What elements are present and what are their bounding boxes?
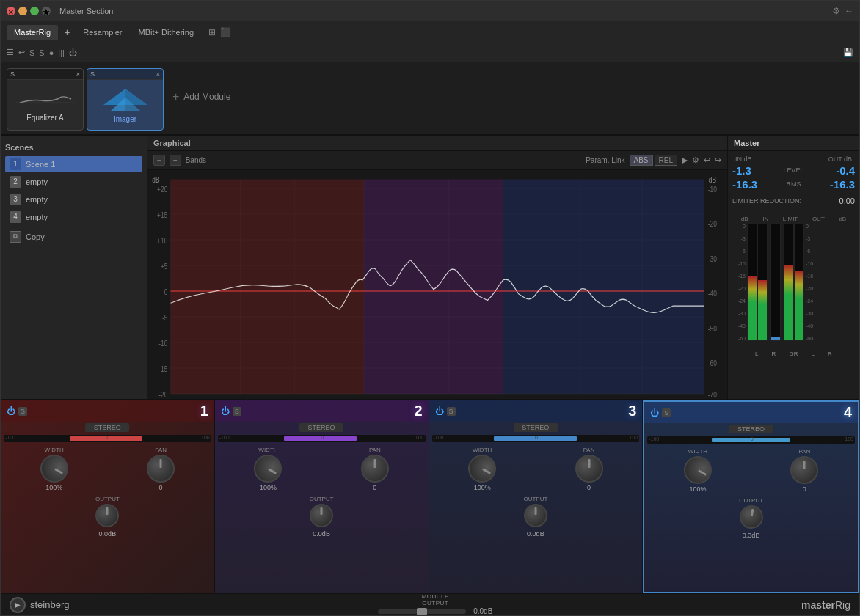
scene-label-4: empty bbox=[26, 213, 48, 221]
pan-knob-2[interactable] bbox=[361, 455, 389, 483]
width-knob-1[interactable] bbox=[35, 450, 73, 488]
settings-icon[interactable]: ⚙ bbox=[832, 6, 840, 16]
svg-rect-26 bbox=[503, 179, 704, 394]
undo-icon[interactable]: ↩ bbox=[704, 155, 710, 165]
svg-text:-15: -15 bbox=[158, 365, 167, 373]
width-value-1: 100% bbox=[45, 484, 62, 491]
steinberg-brand: steinberg bbox=[30, 599, 69, 610]
solo-btn-1[interactable]: S bbox=[18, 407, 27, 416]
module-tab-imager[interactable]: S × Imager bbox=[87, 68, 164, 131]
knobs-row-2: WIDTH 100% PAN 0 bbox=[215, 444, 429, 494]
scene-item-3[interactable]: 3 empty bbox=[5, 191, 142, 208]
solo-btn-2[interactable]: S bbox=[233, 407, 241, 416]
output-knob-3[interactable] bbox=[524, 504, 547, 527]
pin-button[interactable]: ★ bbox=[42, 7, 51, 15]
toolbar-power-icon[interactable]: ⏻ bbox=[69, 48, 77, 57]
width-knob-4[interactable] bbox=[679, 451, 717, 489]
abs-button[interactable]: ABS bbox=[630, 155, 653, 166]
pan-knob-4[interactable] bbox=[790, 456, 818, 484]
output-knob-4[interactable] bbox=[737, 504, 765, 531]
monitor-icon[interactable]: ⬛ bbox=[220, 27, 231, 37]
eq-svg: +20 +15 +10 +5 0 -5 -10 -15 -20 -10 -20 bbox=[147, 170, 727, 400]
add-tab-button[interactable]: + bbox=[59, 26, 74, 38]
bands-label: Bands bbox=[186, 156, 206, 164]
toolbar-s2-icon[interactable]: S bbox=[39, 48, 44, 57]
svg-text:dB: dB bbox=[152, 177, 159, 185]
scene-item-1[interactable]: 1 Scene 1 bbox=[5, 156, 142, 172]
tab-extra-icons: ⊞ ⬛ bbox=[208, 27, 231, 37]
slider-thumb[interactable] bbox=[417, 608, 427, 615]
minus-band-button[interactable]: − bbox=[153, 155, 165, 166]
title-bar: × ★ Master Section ⚙ ← bbox=[1, 1, 859, 21]
pan-knob-group-2: PAN 0 bbox=[361, 447, 389, 491]
power-btn-2[interactable]: ⏻ bbox=[221, 406, 230, 417]
arrow-icon[interactable]: ← bbox=[845, 6, 853, 16]
power-btn-3[interactable]: ⏻ bbox=[435, 406, 444, 417]
module-output-section: MODULE OUTPUT 0.0dB bbox=[75, 594, 795, 616]
channel-strip-4: ⏻ S 4 STEREO -1000100 bbox=[643, 400, 859, 593]
output-section-4: OUTPUT 0.3dB bbox=[644, 497, 858, 539]
close-button[interactable]: × bbox=[7, 7, 15, 15]
output-section-3: OUTPUT 0.0dB bbox=[429, 496, 643, 538]
scene-label-3: empty bbox=[26, 195, 48, 204]
module-tab-equalizer[interactable]: S × Equalizer A bbox=[7, 68, 84, 131]
level-label: LEVEL bbox=[783, 166, 803, 174]
redo-icon[interactable]: ↪ bbox=[715, 155, 721, 165]
grid-icon[interactable]: ⊞ bbox=[208, 27, 216, 37]
pan-knob-3[interactable] bbox=[575, 455, 603, 483]
tab-resampler[interactable]: Resampler bbox=[76, 25, 129, 40]
copy-button[interactable]: ⧉ Copy bbox=[5, 228, 142, 246]
pan-knob-1[interactable] bbox=[147, 455, 175, 483]
gear-eq-icon[interactable]: ⚙ bbox=[692, 155, 699, 165]
maximize-button[interactable] bbox=[30, 7, 39, 15]
rel-button[interactable]: REL bbox=[655, 155, 677, 166]
toolbar-save-icon[interactable]: 💾 bbox=[843, 48, 853, 57]
minimize-button[interactable] bbox=[18, 7, 27, 15]
scene-item-4[interactable]: 4 empty bbox=[5, 209, 142, 225]
abs-rel-buttons: ABS REL bbox=[630, 155, 677, 166]
knobs-row-1: WIDTH 100% PAN 0 bbox=[1, 444, 214, 494]
svg-text:dB: dB bbox=[709, 177, 716, 185]
out-db-header: OUT dB bbox=[828, 155, 852, 163]
svg-text:-20: -20 bbox=[708, 221, 717, 229]
tab-mbit-dithering[interactable]: MBit+ Dithering bbox=[131, 25, 202, 40]
stereo-meter-1: -1000100 bbox=[4, 435, 211, 442]
in-db-header: IN dB bbox=[735, 155, 752, 163]
module-card-body-eq: Equalizer A bbox=[7, 80, 83, 126]
module-close-eq[interactable]: × bbox=[76, 70, 80, 78]
toolbar-arrow-icon[interactable]: ↩ bbox=[18, 48, 25, 57]
tab-masterrig[interactable]: MasterRig bbox=[7, 25, 58, 40]
vu-bottom-outl: L bbox=[812, 351, 815, 357]
masterrig-logo: masterRig bbox=[801, 599, 850, 611]
toolbar-s-icon[interactable]: S bbox=[29, 48, 34, 57]
add-module-button[interactable]: + Add Module bbox=[167, 68, 236, 125]
pan-label-2: PAN bbox=[369, 447, 381, 453]
module-card-header-eq: S × bbox=[7, 69, 83, 80]
module-output-slider[interactable] bbox=[378, 609, 466, 614]
width-knob-3[interactable] bbox=[463, 450, 501, 488]
module-close-imager[interactable]: × bbox=[156, 70, 160, 78]
toolbar-dot-icon[interactable]: ● bbox=[49, 48, 54, 57]
output-knob-2[interactable] bbox=[310, 504, 333, 527]
power-btn-1[interactable]: ⏻ bbox=[7, 406, 15, 417]
plus-band-button[interactable]: + bbox=[170, 155, 181, 166]
play-icon[interactable]: ▶ bbox=[682, 155, 688, 165]
toolbar-menu-icon[interactable]: ☰ bbox=[7, 48, 14, 57]
eq-display: +20 +15 +10 +5 0 -5 -10 -15 -20 -10 -20 bbox=[147, 170, 727, 400]
solo-btn-4[interactable]: S bbox=[662, 408, 671, 417]
stereo-label-4: STEREO bbox=[729, 425, 773, 433]
scene-num-1: 1 bbox=[10, 158, 21, 170]
module-s-label-imager[interactable]: S bbox=[90, 70, 95, 78]
solo-btn-3[interactable]: S bbox=[447, 407, 456, 416]
toolbar-bars-icon[interactable]: ||| bbox=[58, 48, 65, 57]
stereo-meter-3: -1000100 bbox=[432, 435, 640, 442]
vu-bar-in-r bbox=[757, 224, 768, 341]
svg-text:+20: +20 bbox=[157, 186, 167, 194]
output-knob-1[interactable] bbox=[95, 504, 119, 527]
scenes-section: Scenes 1 Scene 1 2 empty 3 empty bbox=[1, 139, 147, 250]
module-s-label[interactable]: S bbox=[10, 70, 15, 78]
width-knob-2[interactable] bbox=[249, 450, 287, 488]
power-btn-4[interactable]: ⏻ bbox=[650, 408, 659, 418]
scene-item-2[interactable]: 2 empty bbox=[5, 174, 142, 190]
channel-num-4: 4 bbox=[844, 404, 852, 421]
